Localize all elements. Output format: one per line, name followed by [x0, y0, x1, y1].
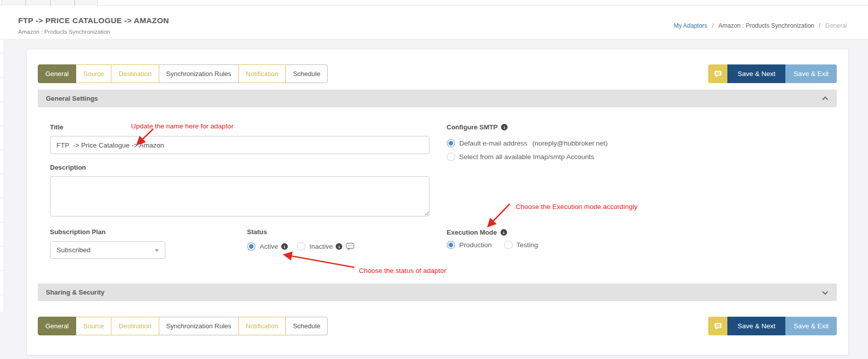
tab-label: Schedule — [293, 70, 320, 78]
breadcrumb-link-my-adaptors[interactable]: My Adaptors — [673, 22, 707, 29]
tab-label: Source — [83, 322, 104, 330]
remnant-cell — [2, 0, 26, 6]
comment-lines-icon — [714, 70, 722, 78]
status-active-radio[interactable] — [247, 242, 256, 251]
breadcrumb-section: General — [825, 22, 847, 29]
general-settings-panel-body: Title Description Subscription Plan Subs… — [38, 107, 837, 283]
top-tabs-row: General Source Destination Synchronizati… — [38, 64, 837, 83]
smtp-label: Configure SMTP — [447, 123, 498, 131]
breadcrumb: My Adaptors / Amazon : Products Synchron… — [672, 22, 848, 29]
chevron-down-icon — [155, 249, 159, 252]
tab-destination[interactable]: Destination — [111, 317, 159, 335]
smtp-default-radio-row: Default e-mail address (noreply@hubbroke… — [447, 139, 608, 148]
execution-testing-label: Testing — [517, 241, 538, 249]
title-input[interactable] — [50, 136, 429, 154]
tab-source[interactable]: Source — [76, 64, 111, 83]
execution-production-radio[interactable] — [447, 241, 455, 249]
tab-source[interactable]: Source — [76, 317, 111, 335]
status-inactive-label: Inactive — [309, 243, 333, 250]
execution-mode-group: Execution Mode Production Testing — [447, 229, 541, 249]
comment-button[interactable] — [708, 64, 727, 83]
tab-label: Source — [83, 70, 104, 78]
tab-schedule[interactable]: Schedule — [285, 64, 328, 83]
smtp-accounts-label: Select from all available Imap/smtp Acco… — [459, 153, 594, 161]
title-label: Title — [50, 123, 429, 131]
comment-button[interactable] — [708, 317, 727, 335]
status-active-label: Active — [260, 243, 278, 250]
tab-notification[interactable]: Notification — [238, 317, 286, 335]
chevron-up-icon[interactable] — [822, 95, 829, 102]
description-label: Description — [50, 164, 429, 171]
status-label: Status — [247, 228, 354, 236]
panel-title: Sharing & Security — [46, 289, 104, 296]
tab-synchronization-rules[interactable]: Synchronization Rules — [159, 317, 239, 335]
comment-dots-icon[interactable] — [346, 243, 354, 250]
adaptor-settings-card: General Source Destination Synchronizati… — [26, 49, 849, 355]
tab-label: Notification — [246, 322, 278, 330]
execution-testing-radio[interactable] — [504, 241, 513, 249]
tab-label: Notification — [246, 70, 278, 78]
breadcrumb-current: Amazon : Products Synchronization — [718, 22, 814, 29]
execution-production-label: Production — [459, 241, 492, 249]
page-header: FTP -> PRICE CATALOGUE -> AMAZON Amazon … — [0, 6, 868, 40]
comment-lines-icon — [714, 322, 722, 330]
tab-label: Schedule — [293, 322, 320, 330]
tab-notification[interactable]: Notification — [238, 64, 286, 83]
tab-general[interactable]: General — [38, 317, 76, 335]
execution-mode-label: Execution Mode — [447, 229, 497, 236]
status-field-group: Status Active Inactive — [247, 228, 354, 251]
save-button-group-bottom: Save & Next Save & Exit — [708, 317, 837, 335]
breadcrumb-separator: / — [712, 22, 713, 29]
tab-label: Synchronization Rules — [166, 322, 231, 330]
left-remnant-column — [0, 40, 4, 312]
tab-label: General — [45, 70, 69, 78]
smtp-default-radio[interactable] — [447, 139, 455, 148]
execution-mode-label-row: Execution Mode — [447, 229, 541, 236]
status-inactive-radio[interactable] — [297, 242, 305, 251]
tab-general[interactable]: General — [38, 64, 76, 83]
subscription-plan-label: Subscription Plan — [50, 228, 165, 236]
page-title: FTP -> PRICE CATALOGUE -> AMAZON — [18, 16, 169, 25]
general-settings-panel-header[interactable]: General Settings — [38, 90, 837, 107]
smtp-select-radio-row: Select from all available Imap/smtp Acco… — [447, 153, 608, 161]
smtp-default-label: Default e-mail address — [459, 139, 527, 147]
tab-synchronization-rules[interactable]: Synchronization Rules — [159, 64, 239, 83]
annotation-execution-note: Choose the Execution mode accordingly — [516, 203, 638, 210]
smtp-field-group: Configure SMTP Default e-mail address (n… — [447, 123, 608, 161]
page-subtitle: Amazon : Products Synchronization — [18, 29, 110, 35]
info-icon[interactable] — [336, 243, 342, 250]
top-remnant-strip — [0, 0, 868, 6]
sharing-security-panel-header[interactable]: Sharing & Security — [38, 283, 837, 301]
info-icon[interactable] — [501, 229, 507, 236]
chevron-down-icon[interactable] — [822, 289, 829, 296]
title-field-group: Title — [50, 123, 429, 154]
tab-group-top: General Source Destination Synchronizati… — [38, 64, 328, 83]
smtp-accounts-radio[interactable] — [447, 153, 455, 161]
save-next-button[interactable]: Save & Next — [727, 317, 785, 335]
remnant-cell — [50, 0, 75, 6]
save-next-button[interactable]: Save & Next — [727, 64, 785, 83]
smtp-default-note: (noreply@hubbroker.net) — [532, 139, 608, 147]
panel-title: General Settings — [46, 95, 98, 102]
breadcrumb-separator: / — [819, 22, 821, 29]
tab-group-bottom: General Source Destination Synchronizati… — [38, 317, 328, 335]
info-icon[interactable] — [281, 243, 288, 250]
save-exit-button[interactable]: Save & Exit — [785, 317, 837, 335]
subscription-plan-select[interactable]: Subscribed — [50, 241, 165, 259]
bottom-tabs-row: General Source Destination Synchronizati… — [38, 317, 837, 335]
tab-label: Destination — [118, 322, 151, 330]
tab-schedule[interactable]: Schedule — [285, 317, 328, 335]
info-icon[interactable] — [501, 124, 508, 130]
annotation-title-note: Update the name here for adaptor — [131, 122, 233, 130]
remnant-cell — [75, 0, 98, 6]
status-radio-row: Active Inactive — [247, 242, 354, 251]
execution-mode-radio-row: Production Testing — [447, 241, 541, 249]
save-button-group-top: Save & Next Save & Exit — [708, 64, 837, 83]
description-textarea[interactable] — [50, 176, 429, 217]
save-exit-button[interactable]: Save & Exit — [785, 64, 837, 83]
tab-destination[interactable]: Destination — [111, 64, 159, 83]
tab-label: Destination — [118, 70, 151, 78]
subscription-plan-value: Subscribed — [56, 246, 91, 254]
description-field-group: Description — [50, 164, 429, 219]
tab-label: Synchronization Rules — [166, 70, 231, 78]
